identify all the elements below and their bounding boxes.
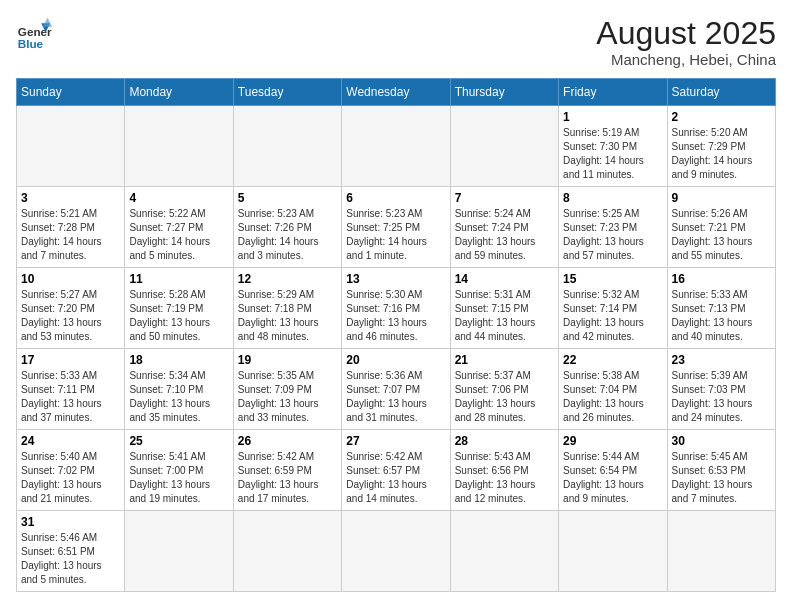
- calendar-table: SundayMondayTuesdayWednesdayThursdayFrid…: [16, 78, 776, 592]
- day-info: Sunrise: 5:19 AM Sunset: 7:30 PM Dayligh…: [563, 126, 662, 182]
- day-header-tuesday: Tuesday: [233, 79, 341, 106]
- calendar-cell: 24Sunrise: 5:40 AM Sunset: 7:02 PM Dayli…: [17, 430, 125, 511]
- calendar-cell: 19Sunrise: 5:35 AM Sunset: 7:09 PM Dayli…: [233, 349, 341, 430]
- calendar-cell: 18Sunrise: 5:34 AM Sunset: 7:10 PM Dayli…: [125, 349, 233, 430]
- calendar-subtitle: Mancheng, Hebei, China: [596, 51, 776, 68]
- day-number: 7: [455, 191, 554, 205]
- day-info: Sunrise: 5:30 AM Sunset: 7:16 PM Dayligh…: [346, 288, 445, 344]
- day-info: Sunrise: 5:45 AM Sunset: 6:53 PM Dayligh…: [672, 450, 771, 506]
- day-number: 21: [455, 353, 554, 367]
- day-info: Sunrise: 5:31 AM Sunset: 7:15 PM Dayligh…: [455, 288, 554, 344]
- calendar-cell: [17, 106, 125, 187]
- day-number: 1: [563, 110, 662, 124]
- calendar-cell: 27Sunrise: 5:42 AM Sunset: 6:57 PM Dayli…: [342, 430, 450, 511]
- day-number: 3: [21, 191, 120, 205]
- day-info: Sunrise: 5:33 AM Sunset: 7:13 PM Dayligh…: [672, 288, 771, 344]
- day-info: Sunrise: 5:42 AM Sunset: 6:57 PM Dayligh…: [346, 450, 445, 506]
- calendar-cell: 25Sunrise: 5:41 AM Sunset: 7:00 PM Dayli…: [125, 430, 233, 511]
- day-info: Sunrise: 5:32 AM Sunset: 7:14 PM Dayligh…: [563, 288, 662, 344]
- calendar-cell: [559, 511, 667, 592]
- calendar-title: August 2025: [596, 16, 776, 51]
- calendar-week-6: 31Sunrise: 5:46 AM Sunset: 6:51 PM Dayli…: [17, 511, 776, 592]
- day-number: 17: [21, 353, 120, 367]
- day-number: 13: [346, 272, 445, 286]
- calendar-cell: 30Sunrise: 5:45 AM Sunset: 6:53 PM Dayli…: [667, 430, 775, 511]
- calendar-header-row: SundayMondayTuesdayWednesdayThursdayFrid…: [17, 79, 776, 106]
- day-info: Sunrise: 5:37 AM Sunset: 7:06 PM Dayligh…: [455, 369, 554, 425]
- calendar-cell: 1Sunrise: 5:19 AM Sunset: 7:30 PM Daylig…: [559, 106, 667, 187]
- calendar-cell: 12Sunrise: 5:29 AM Sunset: 7:18 PM Dayli…: [233, 268, 341, 349]
- day-info: Sunrise: 5:42 AM Sunset: 6:59 PM Dayligh…: [238, 450, 337, 506]
- day-number: 2: [672, 110, 771, 124]
- day-number: 14: [455, 272, 554, 286]
- day-info: Sunrise: 5:41 AM Sunset: 7:00 PM Dayligh…: [129, 450, 228, 506]
- day-number: 22: [563, 353, 662, 367]
- calendar-cell: 16Sunrise: 5:33 AM Sunset: 7:13 PM Dayli…: [667, 268, 775, 349]
- day-number: 19: [238, 353, 337, 367]
- day-info: Sunrise: 5:36 AM Sunset: 7:07 PM Dayligh…: [346, 369, 445, 425]
- svg-marker-3: [43, 18, 52, 27]
- calendar-week-3: 10Sunrise: 5:27 AM Sunset: 7:20 PM Dayli…: [17, 268, 776, 349]
- calendar-cell: 6Sunrise: 5:23 AM Sunset: 7:25 PM Daylig…: [342, 187, 450, 268]
- calendar-cell: 8Sunrise: 5:25 AM Sunset: 7:23 PM Daylig…: [559, 187, 667, 268]
- calendar-cell: 9Sunrise: 5:26 AM Sunset: 7:21 PM Daylig…: [667, 187, 775, 268]
- calendar-cell: 4Sunrise: 5:22 AM Sunset: 7:27 PM Daylig…: [125, 187, 233, 268]
- calendar-week-2: 3Sunrise: 5:21 AM Sunset: 7:28 PM Daylig…: [17, 187, 776, 268]
- calendar-cell: 11Sunrise: 5:28 AM Sunset: 7:19 PM Dayli…: [125, 268, 233, 349]
- day-header-friday: Friday: [559, 79, 667, 106]
- day-header-monday: Monday: [125, 79, 233, 106]
- day-info: Sunrise: 5:35 AM Sunset: 7:09 PM Dayligh…: [238, 369, 337, 425]
- calendar-cell: 22Sunrise: 5:38 AM Sunset: 7:04 PM Dayli…: [559, 349, 667, 430]
- day-number: 24: [21, 434, 120, 448]
- day-number: 18: [129, 353, 228, 367]
- day-info: Sunrise: 5:29 AM Sunset: 7:18 PM Dayligh…: [238, 288, 337, 344]
- day-number: 28: [455, 434, 554, 448]
- day-number: 5: [238, 191, 337, 205]
- day-number: 20: [346, 353, 445, 367]
- day-number: 8: [563, 191, 662, 205]
- calendar-cell: 7Sunrise: 5:24 AM Sunset: 7:24 PM Daylig…: [450, 187, 558, 268]
- day-info: Sunrise: 5:22 AM Sunset: 7:27 PM Dayligh…: [129, 207, 228, 263]
- day-number: 4: [129, 191, 228, 205]
- day-info: Sunrise: 5:40 AM Sunset: 7:02 PM Dayligh…: [21, 450, 120, 506]
- day-info: Sunrise: 5:26 AM Sunset: 7:21 PM Dayligh…: [672, 207, 771, 263]
- calendar-cell: 5Sunrise: 5:23 AM Sunset: 7:26 PM Daylig…: [233, 187, 341, 268]
- day-header-wednesday: Wednesday: [342, 79, 450, 106]
- calendar-cell: 21Sunrise: 5:37 AM Sunset: 7:06 PM Dayli…: [450, 349, 558, 430]
- day-info: Sunrise: 5:23 AM Sunset: 7:25 PM Dayligh…: [346, 207, 445, 263]
- calendar-cell: [342, 106, 450, 187]
- calendar-cell: [450, 511, 558, 592]
- calendar-week-1: 1Sunrise: 5:19 AM Sunset: 7:30 PM Daylig…: [17, 106, 776, 187]
- calendar-cell: [450, 106, 558, 187]
- calendar-cell: 3Sunrise: 5:21 AM Sunset: 7:28 PM Daylig…: [17, 187, 125, 268]
- day-info: Sunrise: 5:43 AM Sunset: 6:56 PM Dayligh…: [455, 450, 554, 506]
- logo-icon: General Blue: [16, 16, 52, 52]
- day-info: Sunrise: 5:33 AM Sunset: 7:11 PM Dayligh…: [21, 369, 120, 425]
- logo: General Blue: [16, 16, 52, 52]
- calendar-cell: [233, 511, 341, 592]
- calendar-cell: [667, 511, 775, 592]
- day-number: 25: [129, 434, 228, 448]
- calendar-cell: 23Sunrise: 5:39 AM Sunset: 7:03 PM Dayli…: [667, 349, 775, 430]
- day-info: Sunrise: 5:27 AM Sunset: 7:20 PM Dayligh…: [21, 288, 120, 344]
- calendar-week-5: 24Sunrise: 5:40 AM Sunset: 7:02 PM Dayli…: [17, 430, 776, 511]
- calendar-cell: [125, 106, 233, 187]
- day-number: 26: [238, 434, 337, 448]
- day-number: 30: [672, 434, 771, 448]
- day-header-sunday: Sunday: [17, 79, 125, 106]
- day-number: 6: [346, 191, 445, 205]
- calendar-cell: 2Sunrise: 5:20 AM Sunset: 7:29 PM Daylig…: [667, 106, 775, 187]
- calendar-week-4: 17Sunrise: 5:33 AM Sunset: 7:11 PM Dayli…: [17, 349, 776, 430]
- day-info: Sunrise: 5:28 AM Sunset: 7:19 PM Dayligh…: [129, 288, 228, 344]
- day-number: 23: [672, 353, 771, 367]
- page-header: General Blue August 2025 Mancheng, Hebei…: [16, 16, 776, 68]
- day-number: 15: [563, 272, 662, 286]
- calendar-cell: 14Sunrise: 5:31 AM Sunset: 7:15 PM Dayli…: [450, 268, 558, 349]
- day-number: 10: [21, 272, 120, 286]
- calendar-cell: 17Sunrise: 5:33 AM Sunset: 7:11 PM Dayli…: [17, 349, 125, 430]
- day-info: Sunrise: 5:23 AM Sunset: 7:26 PM Dayligh…: [238, 207, 337, 263]
- day-info: Sunrise: 5:46 AM Sunset: 6:51 PM Dayligh…: [21, 531, 120, 587]
- calendar-cell: 28Sunrise: 5:43 AM Sunset: 6:56 PM Dayli…: [450, 430, 558, 511]
- day-number: 27: [346, 434, 445, 448]
- day-number: 16: [672, 272, 771, 286]
